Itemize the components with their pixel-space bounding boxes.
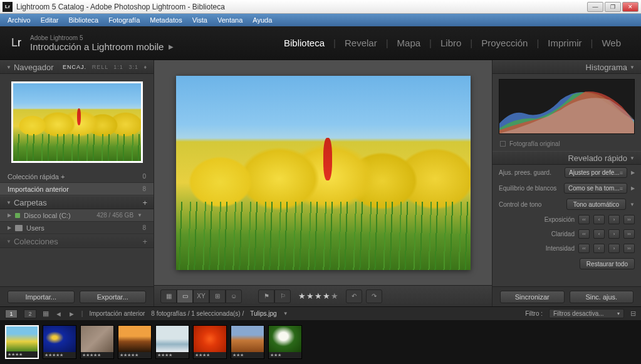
intensity-dec-button[interactable]: ‹ [593,244,605,253]
back-icon[interactable]: ◄ [55,310,62,318]
rotate-ccw-button[interactable]: ↶ [346,289,362,303]
filmstrip-thumb[interactable]: ★★★★★ [80,325,114,359]
maximize-button[interactable]: ❐ [605,2,621,12]
catalog-row[interactable]: Importación anterior 8 [0,183,154,195]
rating-stars[interactable]: ★★★★★ [298,291,338,301]
clarity-inc2-button[interactable]: ›› [623,229,635,239]
import-button[interactable]: Importar... [8,291,75,303]
view-loupe-button[interactable]: ▭ [177,289,193,303]
sync-settings-button[interactable]: Sinc. ajus. [570,291,634,303]
folder-row[interactable]: ▶ Users 8 [0,222,154,234]
exposure-dec2-button[interactable]: ‹‹ [578,215,590,224]
collapse-icon[interactable]: ▼ [630,202,635,207]
preview-image [13,83,141,161]
module-mapa[interactable]: Mapa [388,38,430,48]
original-checkbox[interactable] [500,141,506,147]
module-imprimir[interactable]: Imprimir [539,38,590,48]
add-collection-icon[interactable]: + [142,237,147,246]
zoom-11[interactable]: 1:1 [113,64,123,70]
zoom-31[interactable]: 3:1 [128,64,138,70]
forward-icon[interactable]: ► [68,310,75,318]
drive-row[interactable]: ▶ Disco local (C:) 428 / 456 GB ▼ [0,209,154,222]
zoom-more-icon[interactable]: ♦ [143,64,147,70]
thumb-image [118,326,151,352]
navigator-header[interactable]: ▼ Navegador ENCAJ. RELL 1:1 3:1 ♦ [0,60,154,74]
wb-select[interactable]: Como se ha tom... [564,183,627,194]
filter-lock-icon[interactable]: ⊟ [630,309,636,318]
view-survey-button[interactable]: ⊞ [209,289,226,303]
filmstrip-thumb[interactable]: ★★★★ [193,325,227,359]
folders-header[interactable]: ▼ Carpetas + [0,195,154,209]
view-grid-button[interactable]: ▦ [160,289,177,303]
menu-editar[interactable]: Editar [36,15,64,25]
expand-icon[interactable]: ▶ [631,185,635,191]
close-button[interactable]: ✕ [622,2,638,12]
menu-vista[interactable]: Vista [187,15,212,25]
module-revelar[interactable]: Revelar [336,38,386,48]
exposure-inc-button[interactable]: › [608,215,620,224]
collapse-icon: ▼ [6,65,11,70]
quickdev-header[interactable]: Revelado rápido ▼ [492,151,641,165]
zoom-encaj[interactable]: ENCAJ. [63,64,86,70]
module-biblioteca[interactable]: Biblioteca [275,38,333,48]
navigator-preview[interactable] [0,74,154,170]
intensity-dec2-button[interactable]: ‹‹ [578,244,590,253]
app-icon: Lr [3,2,13,12]
clarity-dec2-button[interactable]: ‹‹ [578,229,590,239]
flag-pick-button[interactable]: ⚑ [258,289,274,303]
monitor-2-button[interactable]: 2 [24,309,36,318]
dropdown-icon[interactable]: ▼ [283,311,288,316]
clarity-dec-button[interactable]: ‹ [593,229,605,239]
tone-auto-button[interactable]: Tono automático [566,199,626,210]
source-label[interactable]: Importación anterior [89,310,145,317]
original-label: Fotografía original [509,140,560,147]
menu-archivo[interactable]: Archivo [3,15,36,25]
reset-button[interactable]: Restaurar todo [580,258,635,269]
rotate-cw-button[interactable]: ↷ [366,289,382,303]
filmstrip-thumb[interactable]: ★★★★★ [43,325,76,359]
menu-ayuda[interactable]: Ayuda [248,15,277,25]
identity-plate: Lr Adobe Lightroom 5 Introducción a Ligh… [0,26,641,60]
minimize-button[interactable]: — [587,2,603,12]
intensity-inc-button[interactable]: › [608,244,620,253]
expand-icon[interactable]: ▶ [631,170,635,175]
catalog-row[interactable]: Colección rápida + 0 [0,170,154,183]
filmstrip-thumb[interactable]: ★★★★★ [118,325,152,359]
filter-select[interactable]: Filtros desactiva... [549,309,624,318]
right-panel: Histograma ▼ Fotografía original Revelad… [492,60,641,306]
menu-fotografia[interactable]: Fotografía [103,15,145,25]
clarity-inc-button[interactable]: › [608,229,620,239]
preset-select[interactable]: Ajustes por defe... [565,167,627,178]
flag-reject-button[interactable]: ⚐ [274,289,291,303]
histogram-header[interactable]: Histograma ▼ [492,60,641,74]
export-button[interactable]: Exportar... [80,291,147,303]
filmstrip-thumb[interactable]: ★★★★ [5,325,39,359]
module-proyeccion[interactable]: Proyección [472,38,536,48]
brand-title[interactable]: Introducción a Lightroom mobile [30,41,164,52]
module-web[interactable]: Web [593,38,630,48]
main-image [176,76,471,270]
monitor-1-button[interactable]: 1 [5,309,18,318]
image-viewport[interactable] [154,60,492,285]
menu-metadatos[interactable]: Metadatos [145,15,187,25]
filmstrip-thumb[interactable]: ★★★ [231,325,264,359]
exposure-inc2-button[interactable]: ›› [623,215,635,224]
filmstrip-thumb[interactable]: ★★★ [268,325,302,359]
add-folder-icon[interactable]: + [142,198,147,207]
sync-button[interactable]: Sincronizar [500,291,565,303]
intensity-inc2-button[interactable]: ›› [623,244,635,253]
histogram-chart[interactable] [499,79,635,134]
collections-header[interactable]: ▼ Colecciones + [0,234,154,248]
view-compare-button[interactable]: XY [193,289,209,303]
zoom-rell[interactable]: RELL [92,64,108,70]
menu-biblioteca[interactable]: Biblioteca [63,15,103,25]
folders-label: Carpetas [14,198,142,207]
wb-label: Equilibrio de blancos [499,185,560,192]
view-people-button[interactable]: ☺ [226,289,242,303]
grid-icon[interactable]: ▦ [43,309,49,318]
filmstrip-thumb[interactable]: ★★★★ [155,325,189,359]
exposure-dec-button[interactable]: ‹ [593,215,605,224]
menu-ventana[interactable]: Ventana [212,15,248,25]
tone-label: Control de tono [499,201,563,208]
module-libro[interactable]: Libro [432,38,470,48]
